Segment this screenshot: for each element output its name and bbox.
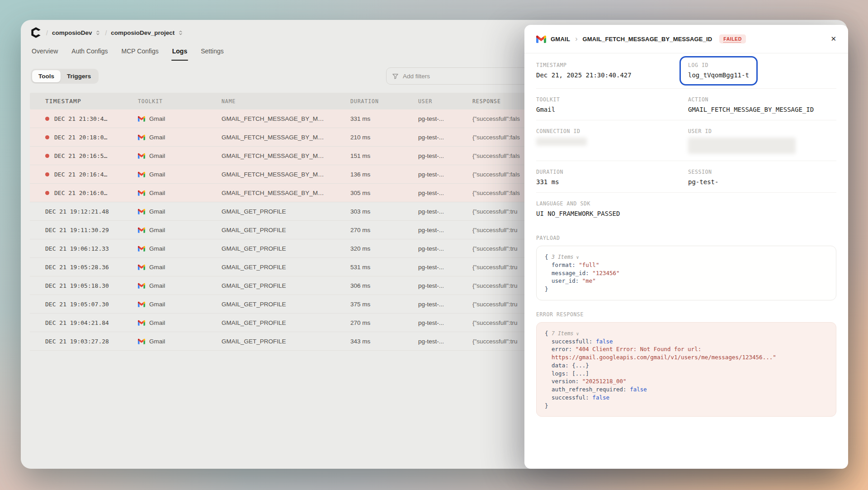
tab-mcp-configs[interactable]: MCP Configs (122, 48, 159, 61)
field-label: LOG ID (688, 62, 749, 68)
cell-timestamp: DEC 21 19:03:27.28 (30, 338, 138, 345)
cell-name: GMAIL_FETCH_MESSAGE_BY_M… (222, 171, 350, 178)
gmail-icon (138, 320, 145, 326)
cell-toolkit: Gmail (138, 301, 222, 308)
cell-timestamp: DEC 21 19:06:12.33 (30, 245, 138, 252)
column-header-user[interactable]: USER (418, 98, 472, 105)
error-response-section-label: ERROR RESPONSE (536, 311, 836, 318)
cell-timestamp: DEC 21 20:16:5… (30, 152, 138, 159)
tab-auth-configs[interactable]: Auth Configs (71, 48, 108, 61)
gmail-icon (138, 134, 145, 140)
cell-duration: 375 ms (350, 301, 418, 308)
gmail-icon (138, 116, 145, 122)
tools-triggers-toggle: ToolsTriggers (31, 69, 99, 84)
add-filters-placeholder: Add filters (403, 73, 430, 80)
field-action: ACTION GMAIL_FETCH_MESSAGE_BY_MESSAGE_ID (688, 96, 836, 113)
cell-user: pg-test-... (418, 152, 472, 159)
field-language-sdk: LANGUAGE AND SDK UI NO_FRAMEWORK_PASSED (536, 200, 836, 217)
log-detail-panel: GMAIL › GMAIL_FETCH_MESSAGE_BY_MESSAGE_I… (524, 25, 848, 469)
failed-status-badge: FAILED (719, 34, 746, 43)
cell-user: pg-test-... (418, 282, 472, 289)
cell-toolkit: Gmail (138, 115, 222, 122)
project-name: composioDev_project (111, 29, 175, 36)
panel-toolkit-name[interactable]: GMAIL (551, 36, 570, 43)
field-value: GMAIL_FETCH_MESSAGE_BY_MESSAGE_ID (688, 106, 836, 113)
field-label: DURATION (536, 169, 688, 175)
payload-section-label: PAYLOAD (536, 235, 836, 241)
segment-tools[interactable]: Tools (32, 70, 61, 82)
cell-duration: 270 ms (350, 319, 418, 326)
close-icon[interactable]: ✕ (830, 35, 836, 43)
code-line: { 3 Items ∨ (545, 253, 828, 261)
cell-toolkit: Gmail (138, 134, 222, 141)
code-line: successful: false (545, 394, 828, 402)
field-user-id: USER ID (688, 128, 836, 154)
failed-dot-icon (45, 154, 49, 158)
cell-user: pg-test-... (418, 134, 472, 141)
project-selector[interactable]: composioDev_project (111, 29, 184, 36)
field-label: LANGUAGE AND SDK (536, 200, 836, 207)
cell-user: pg-test-... (418, 319, 472, 326)
gmail-icon (138, 209, 145, 214)
composio-logo-icon[interactable] (30, 27, 42, 39)
code-line: message_id: "123456" (545, 269, 828, 277)
field-label: USER ID (688, 128, 836, 134)
field-connection-id: CONNECTION ID (536, 128, 688, 154)
error-response-json-viewer[interactable]: { 7 Items ∨ successfull: false error: "4… (536, 322, 836, 417)
code-line: logs: [...] (545, 370, 828, 378)
log-id-highlight-box[interactable]: LOG ID log_tVqomBgg11-t (679, 56, 758, 86)
cell-user: pg-test-... (418, 190, 472, 196)
column-header-name[interactable]: NAME (222, 98, 350, 105)
cell-duration: 331 ms (350, 115, 418, 122)
payload-json-viewer[interactable]: { 3 Items ∨ format: "full" message_id: "… (536, 246, 836, 300)
gmail-icon (138, 283, 145, 289)
cell-user: pg-test-... (418, 338, 472, 345)
cell-name: GMAIL_GET_PROFILE (222, 227, 350, 233)
cell-toolkit: Gmail (138, 338, 222, 345)
org-selector[interactable]: composioDev (52, 29, 101, 36)
code-line: } (545, 285, 828, 293)
gmail-icon (138, 171, 145, 177)
tab-overview[interactable]: Overview (32, 48, 58, 61)
field-label: TOOLKIT (536, 96, 688, 103)
cell-name: GMAIL_GET_PROFILE (222, 301, 350, 308)
cell-toolkit: Gmail (138, 171, 222, 178)
cell-duration: 210 ms (350, 134, 418, 141)
column-header-duration[interactable]: DURATION (350, 98, 418, 105)
field-row-language-sdk: LANGUAGE AND SDK UI NO_FRAMEWORK_PASSED (536, 193, 836, 224)
tab-settings[interactable]: Settings (201, 48, 224, 61)
code-line: data: {...} (545, 362, 828, 370)
column-header-toolkit[interactable]: TOOLKIT (138, 98, 222, 105)
field-label: CONNECTION ID (536, 128, 688, 134)
code-line: } (545, 402, 828, 410)
cell-timestamp: DEC 21 20:16:4… (30, 171, 138, 178)
redacted-value (688, 138, 796, 154)
redacted-value (536, 138, 587, 146)
cell-user: pg-test-... (418, 115, 472, 122)
cell-timestamp: DEC 21 19:11:30.29 (30, 227, 138, 233)
field-label: TIMESTAMP (536, 62, 688, 68)
field-log-id: LOG ID log_tVqomBgg11-t (688, 62, 836, 81)
cell-name: GMAIL_GET_PROFILE (222, 264, 350, 271)
cell-user: pg-test-... (418, 227, 472, 233)
cell-toolkit: Gmail (138, 319, 222, 326)
field-session: SESSION pg-test- (688, 169, 836, 186)
tab-logs[interactable]: Logs (172, 48, 187, 61)
cell-duration: 270 ms (350, 227, 418, 233)
cell-name: GMAIL_FETCH_MESSAGE_BY_M… (222, 115, 350, 122)
segment-triggers[interactable]: Triggers (61, 70, 97, 82)
cell-toolkit: Gmail (138, 264, 222, 271)
cell-name: GMAIL_GET_PROFILE (222, 338, 350, 345)
code-line: format: "full" (545, 261, 828, 269)
cell-name: GMAIL_GET_PROFILE (222, 245, 350, 252)
cell-duration: 305 ms (350, 190, 418, 196)
chevron-updown-icon (178, 30, 184, 36)
gmail-icon (138, 264, 145, 270)
cell-name: GMAIL_GET_PROFILE (222, 282, 350, 289)
field-timestamp: TIMESTAMP Dec 21, 2025 21:30:40.427 (536, 62, 688, 81)
column-header-timestamp[interactable]: TIMESTAMP (30, 98, 138, 105)
cell-name: GMAIL_FETCH_MESSAGE_BY_M… (222, 152, 350, 159)
code-line: auth_refresh_required: false (545, 385, 828, 394)
cell-duration: 306 ms (350, 282, 418, 289)
cell-duration: 343 ms (350, 338, 418, 345)
